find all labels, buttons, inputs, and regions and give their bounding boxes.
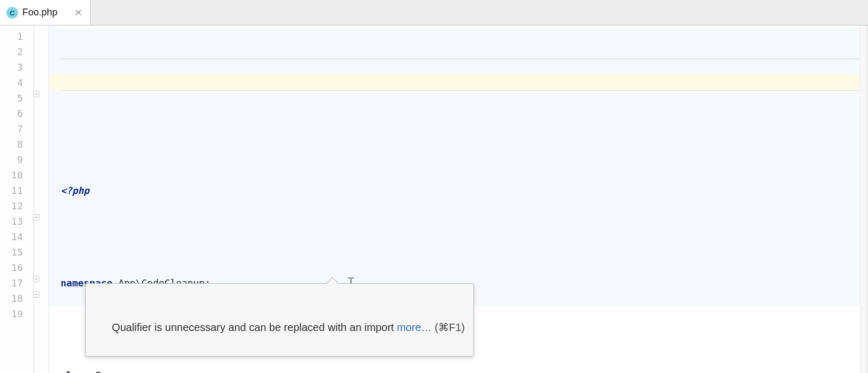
keyword-class: class	[61, 370, 89, 373]
line-number[interactable]: 15	[0, 244, 48, 260]
hr-separator	[61, 58, 859, 59]
highlight-region	[49, 29, 867, 75]
code-editor[interactable]: 1 2 3 4 5 6 7 8 9 10 11 12 13 14 15 16 1…	[0, 26, 868, 373]
close-tab-icon[interactable]: ✕	[74, 7, 82, 19]
class-name: Foo	[89, 370, 112, 373]
gutter: 1 2 3 4 5 6 7 8 9 10 11 12 13 14 15 16 1…	[0, 26, 49, 373]
hr-separator	[61, 90, 859, 91]
line-number[interactable]: 6	[0, 106, 48, 121]
php-open-tag: <?php	[61, 185, 89, 196]
line-number[interactable]: 13	[0, 214, 48, 229]
line-number[interactable]: 18	[0, 291, 48, 306]
tooltip-text: Qualifier is unnecessary and can be repl…	[112, 321, 397, 333]
line-number[interactable]: 11	[0, 183, 48, 198]
php-class-file-icon: C	[6, 7, 18, 19]
line-number[interactable]: 19	[0, 306, 48, 321]
svg-text:C: C	[10, 9, 15, 16]
line-number[interactable]: 2	[0, 44, 48, 60]
inspection-tooltip: Qualifier is unnecessary and can be repl…	[85, 283, 474, 357]
line-number[interactable]: 12	[0, 198, 48, 214]
tooltip-shortcut: (⌘F1)	[432, 321, 465, 333]
line-number[interactable]: 1	[0, 29, 48, 44]
highlight-region	[49, 90, 867, 306]
code-area[interactable]: <?php namespace App\CodeCleanup; class F…	[49, 26, 867, 373]
line-number[interactable]: 4	[0, 75, 48, 90]
line-number[interactable]: 5	[0, 90, 48, 106]
line-number[interactable]: 17	[0, 275, 48, 291]
tab-filename: Foo.php	[22, 7, 57, 18]
tab-bar: C Foo.php ✕	[0, 0, 868, 26]
caret-line-highlight	[49, 75, 867, 90]
line-number[interactable]: 3	[0, 60, 48, 75]
line-number[interactable]: 8	[0, 137, 48, 152]
line-number[interactable]: 9	[0, 152, 48, 167]
editor-tab[interactable]: C Foo.php ✕	[0, 0, 90, 25]
line-number[interactable]: 14	[0, 229, 48, 244]
line-number[interactable]: 7	[0, 121, 48, 137]
line-number[interactable]: 10	[0, 167, 48, 183]
line-number[interactable]: 16	[0, 260, 48, 275]
text-cursor-icon	[312, 260, 321, 269]
tooltip-more-link[interactable]: more…	[397, 321, 432, 333]
